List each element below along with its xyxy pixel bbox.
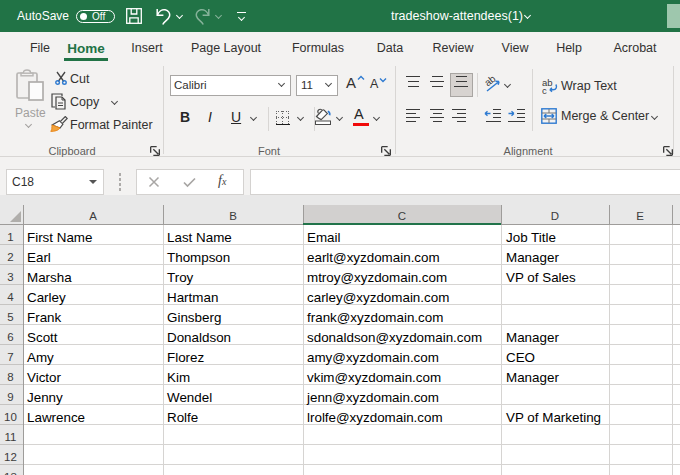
svg-text:c: c [542,85,547,94]
